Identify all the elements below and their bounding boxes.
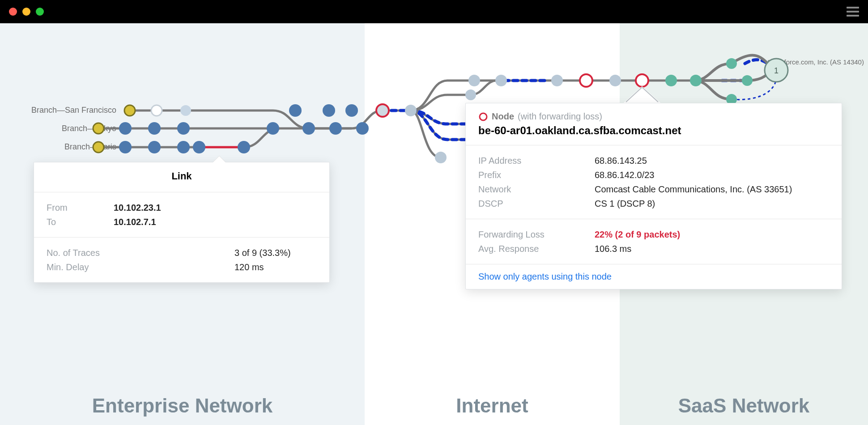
node-loss-label: Forwarding Loss [478, 227, 595, 242]
node[interactable] [238, 141, 250, 153]
node-header-strong: Node [492, 111, 514, 122]
node[interactable] [119, 122, 132, 135]
node-branch-tokyo[interactable] [93, 123, 104, 134]
node[interactable] [690, 75, 702, 86]
node-popover: Node (with forwarding loss) be-60-ar01.o… [465, 103, 842, 289]
node[interactable] [495, 75, 507, 86]
close-dot-icon[interactable] [9, 8, 17, 16]
svg-point-5 [93, 123, 104, 134]
node-branch-sf[interactable] [124, 105, 135, 116]
node[interactable] [180, 105, 191, 116]
node[interactable] [468, 75, 480, 86]
node-loss[interactable] [580, 74, 592, 87]
traffic-lights [9, 8, 44, 16]
node[interactable] [177, 141, 190, 153]
link-from-label: From [47, 200, 114, 215]
node-ip-label: IP Address [478, 153, 595, 168]
node-edge-loss[interactable] [376, 104, 389, 117]
node[interactable] [465, 89, 476, 100]
node-ip-value: 68.86.143.25 [595, 153, 647, 168]
node-loss-value: 22% (2 of 9 packets) [595, 227, 680, 242]
node-dscp-value: CS 1 (DSCP 8) [595, 196, 655, 211]
node[interactable] [267, 122, 279, 135]
node[interactable] [551, 75, 563, 86]
node-network-label: Network [478, 182, 595, 196]
node[interactable] [193, 141, 205, 153]
node[interactable] [356, 122, 369, 135]
node[interactable] [177, 122, 190, 135]
node[interactable] [742, 75, 753, 86]
hamburger-menu-icon[interactable] [847, 7, 859, 17]
svg-point-8 [480, 113, 487, 120]
link-popover: Link From10.102.23.1 To10.102.7.1 No. of… [34, 162, 330, 283]
svg-point-6 [93, 142, 104, 153]
link-delay-label: Min. Delay [47, 260, 234, 274]
node-network-value: Comcast Cable Communications, Inc. (AS 3… [595, 182, 792, 196]
node[interactable] [302, 122, 315, 135]
window-titlebar [0, 0, 868, 23]
node-hostname: be-60-ar01.oakland.ca.sfba.comcast.net [478, 124, 829, 137]
node[interactable] [151, 105, 162, 116]
destination-badge: 1 [774, 66, 779, 75]
node[interactable] [665, 75, 677, 86]
node[interactable] [726, 58, 737, 69]
loss-node-icon [478, 112, 488, 122]
node[interactable] [289, 104, 302, 117]
node[interactable] [435, 152, 447, 163]
node[interactable] [119, 141, 132, 153]
link-delay-value: 120 ms [234, 260, 264, 274]
node-loss-selected[interactable] [636, 74, 648, 87]
link-from-value: 10.102.23.1 [114, 200, 161, 215]
node[interactable] [609, 75, 621, 86]
path-viz-stage: Enterprise Network Internet SaaS Network… [0, 23, 868, 425]
node-prefix-label: Prefix [478, 168, 595, 182]
node-destination[interactable]: 1 [765, 59, 788, 82]
node[interactable] [148, 141, 161, 153]
node-branch-paris[interactable] [93, 142, 104, 153]
link-to-label: To [47, 215, 114, 229]
link-traces-label: No. of Traces [47, 246, 234, 260]
node[interactable] [345, 104, 358, 117]
node-prefix-value: 68.86.142.0/23 [595, 168, 654, 182]
node-resp-label: Avg. Response [478, 242, 595, 256]
node[interactable] [148, 122, 161, 135]
node[interactable] [329, 122, 342, 135]
link-traces-value: 3 of 9 (33.3%) [234, 246, 291, 260]
zoom-dot-icon[interactable] [36, 8, 44, 16]
link-popover-title: Link [47, 170, 317, 182]
node[interactable] [405, 105, 417, 116]
node-dscp-label: DSCP [478, 196, 595, 211]
node[interactable] [323, 104, 335, 117]
node-resp-value: 106.3 ms [595, 242, 631, 256]
svg-point-4 [124, 105, 135, 116]
link-to-value: 10.102.7.1 [114, 215, 156, 229]
minimize-dot-icon[interactable] [22, 8, 30, 16]
node-header-note: (with forwarding loss) [518, 111, 602, 122]
node-filter-action[interactable]: Show only agents using this node [466, 264, 842, 289]
